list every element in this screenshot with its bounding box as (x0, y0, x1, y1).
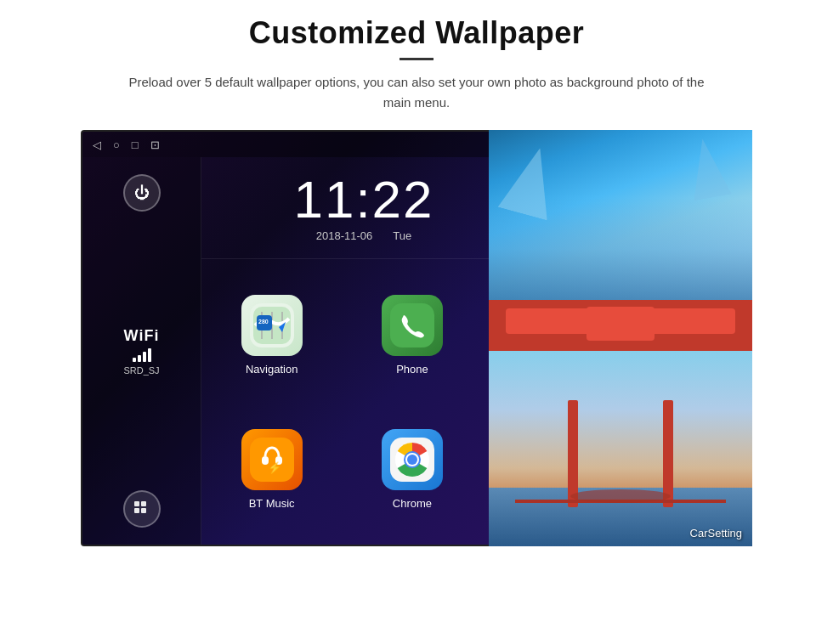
recent-nav-icon[interactable]: □ (132, 138, 139, 151)
page-wrapper: Customized Wallpaper Preload over 5 defa… (0, 0, 833, 644)
wallpaper-thumbnails: CarSetting (489, 130, 752, 546)
back-nav-icon[interactable]: ◁ (93, 138, 101, 151)
svg-rect-20 (250, 438, 294, 482)
svg-rect-3 (141, 508, 146, 513)
middle-bar (586, 307, 654, 341)
wifi-bar-4 (148, 348, 151, 362)
svg-rect-0 (134, 501, 139, 506)
wifi-bar-3 (143, 352, 146, 362)
app-item-btmusic[interactable]: ⚡ BT Music (201, 402, 342, 536)
svg-rect-2 (134, 508, 139, 513)
svg-rect-1 (141, 501, 146, 506)
wallpaper-ice-cave[interactable] (489, 130, 752, 300)
apps-button[interactable] (123, 490, 161, 528)
wifi-block: WiFi SRD_SJ (123, 327, 159, 376)
middle-bar-inner (595, 321, 646, 326)
carsetting-label: CarSetting (690, 527, 742, 539)
app-item-chrome[interactable]: Chrome (342, 402, 482, 536)
app-item-navigation[interactable]: 280 Navigation (201, 268, 342, 402)
title-divider (400, 58, 434, 60)
navigation-icon: 280 (241, 295, 303, 356)
wallpaper-bridge[interactable]: CarSetting (489, 351, 752, 546)
clock-day-value: Tue (393, 229, 411, 242)
power-button[interactable]: ⏻ (123, 174, 161, 212)
wifi-bar-2 (138, 355, 141, 362)
device-container: ◁ ○ □ ⊡ 📍 ▲ 11:22 ⏻ WiFi (81, 130, 752, 546)
svg-text:280: 280 (258, 319, 269, 325)
page-subtitle: Preload over 5 default wallpaper options… (119, 72, 714, 113)
chrome-icon (382, 429, 443, 490)
navigation-map-icon: 280 (250, 303, 294, 347)
chrome-label: Chrome (393, 497, 432, 510)
phone-handset-icon (390, 303, 434, 347)
screenshot-nav-icon[interactable]: ⊡ (150, 138, 160, 151)
status-bar-left: ◁ ○ □ ⊡ (93, 138, 160, 151)
wifi-bars (133, 348, 151, 362)
wifi-bar-1 (133, 358, 136, 362)
clock-date: 2018-11-06 Tue (316, 229, 411, 242)
sidebar: ⏻ WiFi SRD_SJ (82, 157, 201, 545)
chrome-browser-icon (390, 438, 434, 482)
clock-date-value: 2018-11-06 (316, 229, 373, 242)
phone-icon (382, 295, 443, 356)
wallpaper-middle-strip[interactable] (489, 300, 752, 351)
bridge-tower-left (568, 400, 578, 508)
page-title: Customized Wallpaper (249, 15, 585, 51)
phone-label: Phone (396, 363, 428, 376)
home-nav-icon[interactable]: ○ (113, 138, 120, 151)
wifi-ssid: SRD_SJ (123, 365, 159, 376)
navigation-label: Navigation (246, 363, 298, 376)
svg-point-27 (407, 455, 417, 465)
wifi-label: WiFi (124, 327, 160, 345)
clock-time: 11:22 (293, 173, 434, 226)
bridge-tower-right (663, 400, 673, 508)
clock-info: 11:22 2018-11-06 Tue (201, 173, 526, 242)
bluetooth-music-icon: ⚡ (250, 438, 294, 482)
app-item-phone[interactable]: Phone (342, 268, 482, 402)
svg-text:⚡: ⚡ (268, 460, 282, 475)
btmusic-label: BT Music (249, 497, 295, 510)
svg-rect-13 (390, 303, 434, 347)
btmusic-icon: ⚡ (241, 429, 303, 490)
apps-grid-icon (133, 500, 151, 518)
